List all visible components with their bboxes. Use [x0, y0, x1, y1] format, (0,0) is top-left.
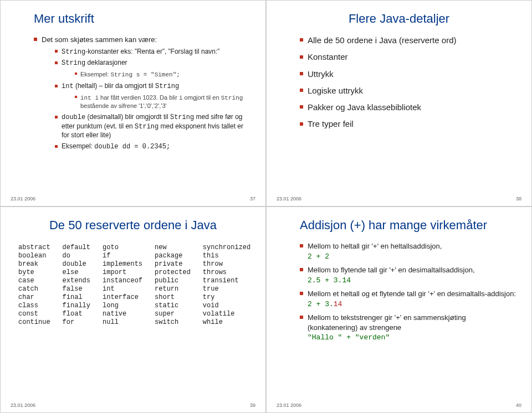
- keyword-cell: protected: [155, 269, 203, 277]
- keyword-cell: synchronized: [203, 244, 263, 252]
- text: Mellom to heltall gir '+' en heltallsadd…: [308, 242, 442, 250]
- keyword-cell: const: [18, 310, 63, 318]
- keyword-cell: final: [63, 293, 103, 302]
- slide-footer: 23.01 2006 40: [277, 402, 521, 408]
- code: String: [221, 95, 243, 101]
- sub-bullet: int (heltall) – blir da omgjort til Stri…: [55, 82, 251, 110]
- bullet: Det som skjøtes sammen kan være: String-…: [34, 35, 251, 152]
- keyword-cell: goto: [103, 244, 155, 252]
- table-row: classfinallylongstaticvoid: [18, 302, 263, 310]
- table-row: abstractdefaultgotonewsynchronized: [18, 244, 263, 252]
- slide-title: Addisjon (+) har mange virkemåter: [300, 218, 517, 233]
- footer-date: 23.01 2006: [277, 402, 301, 408]
- footer-page: 37: [250, 196, 255, 202]
- keyword-cell: interface: [103, 293, 155, 302]
- code: i: [179, 95, 183, 101]
- slide-addisjon: Addisjon (+) har mange virkemåter Mellom…: [266, 206, 532, 413]
- code: String: [170, 113, 194, 121]
- keyword-cell: return: [155, 285, 203, 293]
- keyword-cell: abstract: [18, 244, 63, 252]
- slide-reserverte-ord: De 50 reserverte ordene i Java abstractd…: [0, 206, 266, 413]
- keyword-cell: transient: [203, 277, 263, 285]
- code: String s = "Simen";: [110, 71, 180, 78]
- keyword-cell: null: [103, 318, 155, 327]
- sub-bullet: String deklarasjoner Eksempel: String s …: [55, 59, 251, 79]
- footer-date: 23.01 2006: [11, 402, 35, 408]
- slide-flere-java-detaljer: Flere Java-detaljer Alle de 50 ordene i …: [266, 0, 532, 206]
- sub-sub-bullet: Eksempel: String s = "Simen";: [75, 70, 251, 79]
- keyword-cell: double: [63, 260, 103, 269]
- code-example: 2 + 3.: [308, 300, 334, 308]
- keyword-cell: short: [155, 293, 203, 302]
- code: double dd = 0.2345;: [94, 143, 170, 151]
- slide-footer: 23.01 2006 37: [11, 196, 255, 202]
- keyword-cell: while: [203, 318, 263, 327]
- keyword-cell: void: [203, 302, 263, 310]
- text: Eksempel:: [80, 71, 110, 78]
- keyword-cell: implements: [103, 260, 155, 269]
- keyword-cell: public: [155, 277, 203, 285]
- text: deklarasjoner: [85, 59, 127, 66]
- footer-page: 39: [250, 402, 255, 408]
- sub-sub-bullet: int i har fått verdien 1023. Da blir i o…: [75, 94, 251, 110]
- text: bestående av sifrene '1','0','2','3': [80, 102, 167, 109]
- keyword-cell: class: [18, 302, 63, 310]
- keyword-cell: boolean: [18, 252, 63, 260]
- text: omgjort til en: [183, 94, 221, 101]
- bullet: Konstanter: [300, 51, 517, 63]
- keyword-cell: super: [155, 310, 203, 318]
- text: Mellom et heltall og et flytende tall gi…: [308, 290, 516, 298]
- keyword-cell: long: [103, 302, 155, 310]
- keyword-cell: char: [18, 293, 63, 302]
- text: Mellom to flytende tall gir '+' en desim…: [308, 266, 475, 274]
- text: har fått verdien 1023. Da blir: [99, 94, 179, 101]
- bullet: Mellom to flytende tall gir '+' en desim…: [300, 265, 517, 285]
- keyword-cell: if: [103, 252, 155, 260]
- sub-bullet: Eksempel: double dd = 0.2345;: [55, 142, 251, 152]
- table-row: constfloatnativesupervolatile: [18, 310, 263, 318]
- bullet-list: Det som skjøtes sammen kan være: String-…: [34, 35, 251, 152]
- table-row: booleandoifpackagethis: [18, 252, 263, 260]
- table-row: caseextendsinstanceofpublictransient: [18, 277, 263, 285]
- code: String: [155, 82, 179, 90]
- keyword-cell: int: [103, 285, 155, 293]
- keyword-cell: import: [103, 269, 155, 277]
- code: int: [62, 82, 74, 90]
- table-row: breakdoubleimplementsprivatethrow: [18, 260, 263, 269]
- keyword-cell: false: [63, 285, 103, 293]
- code-example: 2 + 2: [308, 252, 329, 261]
- sub-sub-list: Eksempel: String s = "Simen";: [75, 70, 251, 79]
- text: (desimaltall) blir omgjordt til: [85, 113, 170, 121]
- keyword-cell: finally: [63, 302, 103, 310]
- table-row: byteelseimportprotectedthrows: [18, 269, 263, 277]
- sub-list: String-konstanter eks: ”Renta er”, ”Fors…: [55, 48, 251, 152]
- bullet: Mellom to tekststrenger gir '+' en samme…: [300, 313, 517, 343]
- slide-title: Mer utskrift: [34, 12, 251, 26]
- footer-page: 40: [516, 402, 521, 408]
- keyword-cell: throws: [203, 269, 263, 277]
- keyword-cell: default: [63, 244, 103, 252]
- sub-sub-list: int i har fått verdien 1023. Da blir i o…: [75, 94, 251, 110]
- keyword-cell: package: [155, 252, 203, 260]
- text: Mellom to tekststrenger gir '+' en samme…: [308, 313, 466, 332]
- code-example: 2.5 + 3.14: [308, 276, 351, 285]
- slide-title: Flere Java-detaljer: [281, 12, 517, 26]
- bullet: Mellom et heltall og et flytende tall gi…: [300, 289, 517, 309]
- code: int i: [80, 95, 99, 101]
- slide-title: De 50 reserverte ordene i Java: [15, 218, 251, 233]
- code: String: [135, 123, 158, 131]
- keyword-cell: throw: [203, 260, 263, 269]
- text: (heltall) – blir da omgjort til: [74, 82, 155, 90]
- keyword-table: abstractdefaultgotonewsynchronizedboolea…: [18, 244, 263, 327]
- keyword-cell: extends: [63, 277, 103, 285]
- keyword-cell: catch: [18, 285, 63, 293]
- footer-date: 23.01 2006: [277, 196, 301, 202]
- bullet: Alle de 50 ordene i Java (reserverte ord…: [300, 35, 517, 46]
- slide-mer-utskrift: Mer utskrift Det som skjøtes sammen kan …: [0, 0, 266, 206]
- keyword-cell: else: [63, 269, 103, 277]
- bullet: Logiske uttrykk: [300, 85, 517, 96]
- sub-bullet: String-konstanter eks: ”Renta er”, ”Fors…: [55, 48, 251, 57]
- bullet-text: Det som skjøtes sammen kan være:: [42, 35, 157, 44]
- text: Eksempel:: [62, 142, 94, 150]
- table-row: catchfalseintreturntrue: [18, 285, 263, 293]
